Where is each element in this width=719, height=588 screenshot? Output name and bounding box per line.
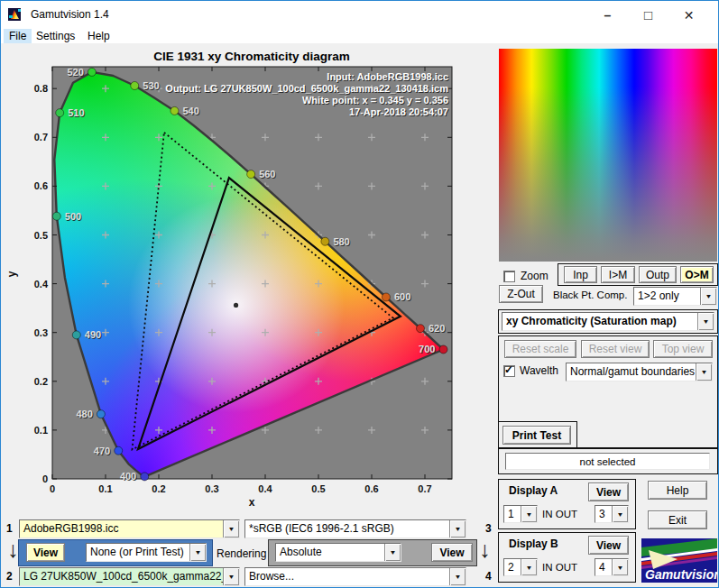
chevron-down-icon[interactable] <box>449 520 466 537</box>
menu-settings[interactable]: Settings <box>31 29 80 43</box>
display-a-out-value: 3 <box>595 506 612 522</box>
chevron-down-icon[interactable] <box>696 363 712 381</box>
rendering-intent-select[interactable]: Absolute <box>275 543 401 562</box>
svg-text:620: 620 <box>429 323 445 334</box>
chevron-down-icon[interactable] <box>223 520 239 537</box>
svg-text:560: 560 <box>259 169 275 179</box>
menu-file[interactable]: File <box>4 29 32 43</box>
zoom-checkbox-label: Zoom <box>521 270 548 282</box>
svg-text:0.8: 0.8 <box>34 83 48 94</box>
exit-button[interactable]: Exit <box>648 510 707 529</box>
wavelth-checkbox-label: Wavelth <box>520 364 558 377</box>
display-b-in-select[interactable]: 2 <box>503 558 538 576</box>
view-a-button[interactable]: View <box>26 543 65 562</box>
reset-scale-button[interactable]: Reset scale <box>504 340 576 358</box>
chevron-down-icon[interactable] <box>700 288 716 305</box>
output-profile-value: LG 27UK850W_100cd_6500k_gamma22_130418.i… <box>20 568 223 585</box>
chevron-down-icon[interactable] <box>697 313 714 330</box>
chevron-down-icon[interactable] <box>521 506 537 522</box>
boundaries-value: Normal/gamut boundaries <box>567 363 696 381</box>
map-type-select[interactable]: xy Chromaticity (Saturation map) <box>502 312 714 331</box>
svg-text:540: 540 <box>182 106 198 116</box>
svg-text:530: 530 <box>143 80 159 91</box>
black-pt-comp-value: 1>2 only <box>634 288 700 305</box>
svg-text:0.7: 0.7 <box>418 483 431 494</box>
svg-text:520: 520 <box>67 67 83 78</box>
profile-3-value: *sRGB (IEC6 1996-2.1 sRGB) <box>245 520 449 537</box>
svg-text:510: 510 <box>68 107 84 118</box>
transfer-value: None (or Print Test) <box>87 544 189 561</box>
svg-text:0.7: 0.7 <box>34 132 48 142</box>
profile-4-select[interactable]: Browse... <box>244 567 466 586</box>
output-profile-select[interactable]: LG 27UK850W_100cd_6500k_gamma22_130418.i… <box>19 567 240 586</box>
display-a-out-select[interactable]: 3 <box>595 505 629 523</box>
svg-text:0.6: 0.6 <box>34 180 48 191</box>
svg-text:17-Apr-2018 20:54:07: 17-Apr-2018 20:54:07 <box>349 106 448 117</box>
o-to-m-button[interactable]: O>M <box>680 266 714 283</box>
display-b-title: Display B <box>509 537 558 550</box>
status-field: not selected <box>505 453 710 470</box>
title-bar[interactable]: Gamutvision 1.4 <box>1 1 718 29</box>
input-profile-select[interactable]: AdobeRGB1998.icc <box>19 519 240 538</box>
rendering-intent-value: Absolute <box>276 544 384 561</box>
zoom-checkbox[interactable] <box>503 271 515 282</box>
display-b-out-value: 4 <box>595 559 612 575</box>
chevron-down-icon[interactable] <box>223 568 239 585</box>
chromaticity-chart: 4004704804905005105205305405605806006207… <box>2 43 494 510</box>
slot-2-number: 2 <box>6 570 13 583</box>
display-b-out-select[interactable]: 4 <box>595 558 629 576</box>
print-test-button[interactable]: Print Test <box>502 426 571 445</box>
minimize-button[interactable] <box>587 1 628 29</box>
chevron-down-icon[interactable] <box>189 544 206 561</box>
close-button[interactable] <box>668 1 709 29</box>
display-b-view-button[interactable]: View <box>588 536 629 555</box>
maximize-button[interactable] <box>628 1 668 29</box>
svg-text:x: x <box>249 496 255 509</box>
chevron-down-icon[interactable] <box>612 506 628 522</box>
slot-4-number: 4 <box>485 570 492 583</box>
menu-help[interactable]: Help <box>82 29 115 43</box>
svg-text:0.2: 0.2 <box>34 376 48 387</box>
display-a-view-button[interactable]: View <box>588 482 629 501</box>
chevron-down-icon[interactable] <box>612 559 628 575</box>
slot-1-number: 1 <box>6 522 13 535</box>
display-a-in-out-label: IN OUT <box>542 509 577 519</box>
display-a-in-select[interactable]: 1 <box>503 505 538 523</box>
chevron-down-icon[interactable] <box>384 544 401 561</box>
help-button[interactable]: Help <box>648 481 707 500</box>
black-pt-comp-label: Black Pt. Comp. <box>553 289 627 300</box>
svg-text:0.6: 0.6 <box>364 483 378 494</box>
black-pt-comp-select[interactable]: 1>2 only <box>633 287 717 306</box>
svg-text:0.1: 0.1 <box>98 483 112 494</box>
rendering-label: Rendering <box>217 547 266 560</box>
svg-text:490: 490 <box>85 329 101 340</box>
svg-text:0: 0 <box>50 483 55 494</box>
svg-text:0.4: 0.4 <box>34 279 49 289</box>
inp-button[interactable]: Inp <box>564 266 597 283</box>
top-view-button[interactable]: Top view <box>653 340 713 358</box>
svg-text:0.3: 0.3 <box>205 483 218 494</box>
outp-button[interactable]: Outp <box>639 266 677 283</box>
i-to-m-button[interactable]: I>M <box>601 266 635 283</box>
z-out-button[interactable]: Z-Out <box>499 285 543 303</box>
svg-text:470: 470 <box>94 446 110 456</box>
chevron-down-icon[interactable] <box>521 559 537 575</box>
view-b-button[interactable]: View <box>431 543 473 562</box>
svg-text:0.5: 0.5 <box>34 230 48 241</box>
map-type-value: xy Chromaticity (Saturation map) <box>502 313 697 330</box>
logo-text: Gamutvision <box>645 567 717 582</box>
gamutvision-logo: Gamutvision <box>641 538 717 583</box>
reset-view-button[interactable]: Reset view <box>581 340 650 358</box>
chromaticity-figure: 4004704804905005105205305405605806006207… <box>2 43 494 510</box>
transfer-select[interactable]: None (or Print Test) <box>86 543 207 562</box>
wavelth-checkbox[interactable] <box>503 365 515 377</box>
display-a-in-value: 1 <box>504 506 521 522</box>
svg-text:0.2: 0.2 <box>152 483 165 494</box>
profile-3-select[interactable]: *sRGB (IEC6 1996-2.1 sRGB) <box>244 519 466 538</box>
svg-text:500: 500 <box>65 211 81 222</box>
chevron-down-icon[interactable] <box>449 568 466 585</box>
boundaries-select[interactable]: Normal/gamut boundaries <box>566 363 713 381</box>
svg-text:Input: AdobeRGB1998.icc: Input: AdobeRGB1998.icc <box>327 71 448 82</box>
svg-text:y: y <box>5 271 18 277</box>
svg-text:480: 480 <box>77 409 93 419</box>
